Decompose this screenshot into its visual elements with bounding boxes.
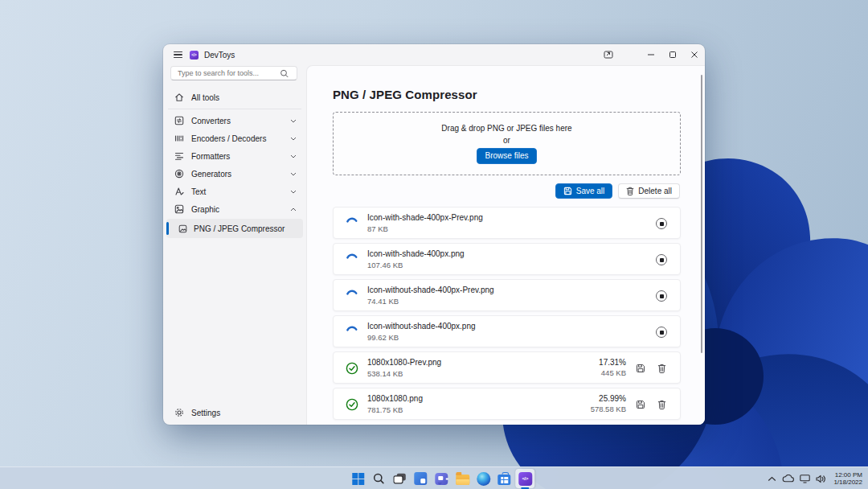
sidebar-item-graphic[interactable]: Graphic bbox=[166, 200, 303, 218]
devtoys-icon: </> bbox=[518, 472, 532, 486]
sidebar-item-label: All tools bbox=[191, 93, 297, 102]
home-icon bbox=[174, 92, 184, 102]
taskbar-start-button[interactable] bbox=[348, 469, 367, 488]
search-icon bbox=[372, 472, 385, 485]
maximize-button[interactable] bbox=[661, 44, 683, 65]
trash-icon bbox=[626, 187, 634, 195]
graphic-icon bbox=[174, 204, 184, 214]
taskbar-clock[interactable]: 12:00 PM 1/18/2022 bbox=[831, 471, 862, 487]
save-all-label: Save all bbox=[576, 187, 605, 195]
file-size: 99.62 KB bbox=[367, 333, 399, 342]
sidebar-item-settings[interactable]: Settings bbox=[166, 404, 303, 421]
delete-file-button[interactable] bbox=[656, 363, 667, 374]
chat-icon bbox=[435, 473, 448, 485]
sidebar-item-generators[interactable]: Generators bbox=[166, 165, 303, 183]
dropzone-instruction: Drag & drop PNG or JPEG files here bbox=[441, 124, 571, 133]
sidebar-item-encoders-decoders[interactable]: Encoders / Decoders bbox=[166, 129, 303, 147]
chevron-up-icon bbox=[290, 208, 297, 212]
sidebar-item-formatters[interactable]: Formatters bbox=[166, 147, 303, 165]
save-icon bbox=[636, 400, 645, 409]
cancel-compression-button[interactable] bbox=[656, 254, 667, 265]
file-size: 87 KB bbox=[367, 224, 388, 233]
taskbar-edge-button[interactable] bbox=[473, 469, 493, 488]
stop-icon bbox=[660, 294, 664, 298]
clock-date: 1/18/2022 bbox=[833, 479, 862, 487]
chevron-down-icon bbox=[290, 154, 297, 158]
content-panel: PNG / JPEG Compressor Drag & drop PNG or… bbox=[306, 65, 705, 425]
desktop: </> DevToys bbox=[0, 0, 868, 489]
sidebar-item-converters[interactable]: Converters bbox=[166, 112, 303, 129]
titlebar: </> DevToys bbox=[163, 44, 705, 65]
file-row: Icon-with-shade-400px.png 107.46 KB bbox=[333, 243, 681, 275]
edge-browser-icon bbox=[477, 472, 490, 486]
cancel-compression-button[interactable] bbox=[656, 218, 667, 229]
devtoys-logo-icon: </> bbox=[190, 51, 199, 60]
chevron-down-icon bbox=[290, 190, 297, 194]
save-icon bbox=[636, 364, 645, 373]
encoder-icon bbox=[174, 134, 184, 143]
cancel-compression-button[interactable] bbox=[656, 290, 667, 302]
delete-all-button[interactable]: Delete all bbox=[618, 183, 680, 199]
network-icon[interactable] bbox=[800, 475, 810, 483]
success-check-icon bbox=[346, 398, 358, 411]
windows-logo-icon bbox=[352, 473, 364, 485]
volume-icon[interactable] bbox=[816, 475, 825, 483]
task-view-icon bbox=[393, 473, 406, 484]
sidebar-item-label: Formatters bbox=[191, 152, 290, 161]
sidebar-item-text[interactable]: Text bbox=[166, 183, 303, 200]
progress-spinner-icon bbox=[346, 253, 358, 266]
taskbar-store-button[interactable] bbox=[494, 469, 514, 488]
save-all-button[interactable]: Save all bbox=[555, 183, 613, 199]
selected-accent-bar bbox=[166, 222, 169, 235]
save-file-button[interactable] bbox=[635, 363, 646, 374]
file-name: Icon-without-shade-400px.png bbox=[367, 322, 476, 331]
taskbar-file-explorer-button[interactable] bbox=[452, 469, 472, 488]
sidebar-nav: All tools Converters Encoders / Decoder bbox=[166, 88, 303, 238]
system-tray: 12:00 PM 1/18/2022 bbox=[768, 467, 868, 489]
file-name: Icon-with-shade-400px-Prev.png bbox=[367, 213, 483, 222]
converter-icon bbox=[174, 116, 184, 125]
compressed-size: 445 KB bbox=[599, 368, 626, 377]
onedrive-cloud-icon[interactable] bbox=[782, 475, 794, 483]
sidebar-item-label: Graphic bbox=[191, 205, 290, 214]
hamburger-menu-button[interactable] bbox=[166, 46, 190, 64]
minimize-button[interactable] bbox=[640, 44, 661, 65]
delete-file-button[interactable] bbox=[656, 399, 667, 410]
window-title: DevToys bbox=[204, 51, 235, 60]
taskbar-task-view-button[interactable] bbox=[390, 469, 409, 488]
file-name: Icon-without-shade-400px-Prev.png bbox=[367, 286, 494, 294]
vertical-scrollbar[interactable] bbox=[701, 75, 703, 353]
search-input[interactable] bbox=[171, 69, 279, 77]
trash-icon bbox=[657, 364, 666, 373]
file-name: Icon-with-shade-400px.png bbox=[367, 249, 465, 258]
save-file-button[interactable] bbox=[635, 399, 646, 410]
delete-all-label: Delete all bbox=[638, 187, 672, 195]
sidebar-item-label: Encoders / Decoders bbox=[191, 134, 290, 143]
file-explorer-icon bbox=[456, 475, 469, 485]
compact-overlay-button[interactable] bbox=[597, 44, 619, 65]
file-dropzone[interactable]: Drag & drop PNG or JPEG files here or Br… bbox=[333, 112, 681, 175]
file-size: 107.46 KB bbox=[367, 261, 403, 269]
browse-files-button[interactable]: Browse files bbox=[477, 148, 538, 164]
taskbar-chat-button[interactable] bbox=[432, 469, 451, 488]
taskbar-devtoys-button[interactable]: </> bbox=[515, 469, 534, 488]
sidebar-item-all-tools[interactable]: All tools bbox=[166, 88, 303, 106]
file-row: Icon-without-shade-400px-Prev.png 74.41 … bbox=[333, 279, 681, 311]
save-icon bbox=[563, 187, 572, 195]
compression-ratio: 17.31% bbox=[599, 358, 626, 367]
sidebar-item-png-jpeg-compressor-selected[interactable]: PNG / JPEG Compressor bbox=[166, 219, 303, 238]
sidebar-item-label: Text bbox=[191, 187, 290, 196]
taskbar-search-button[interactable] bbox=[369, 469, 388, 488]
page-title: PNG / JPEG Compressor bbox=[333, 88, 477, 101]
file-row: 1080x1080.png 781.75 KB 25.99% 578.58 KB bbox=[333, 388, 681, 420]
taskbar-widgets-button[interactable] bbox=[411, 469, 430, 488]
file-size: 781.75 KB bbox=[367, 405, 403, 414]
cancel-compression-button[interactable] bbox=[656, 327, 667, 338]
progress-spinner-icon bbox=[346, 290, 358, 302]
close-button[interactable] bbox=[683, 44, 705, 65]
sidebar-divider bbox=[168, 109, 301, 109]
hidden-icons-chevron-icon[interactable] bbox=[768, 476, 776, 482]
tool-search-box[interactable] bbox=[170, 66, 297, 80]
stop-icon bbox=[660, 258, 664, 262]
file-name: 1080x1080.png bbox=[367, 394, 423, 403]
